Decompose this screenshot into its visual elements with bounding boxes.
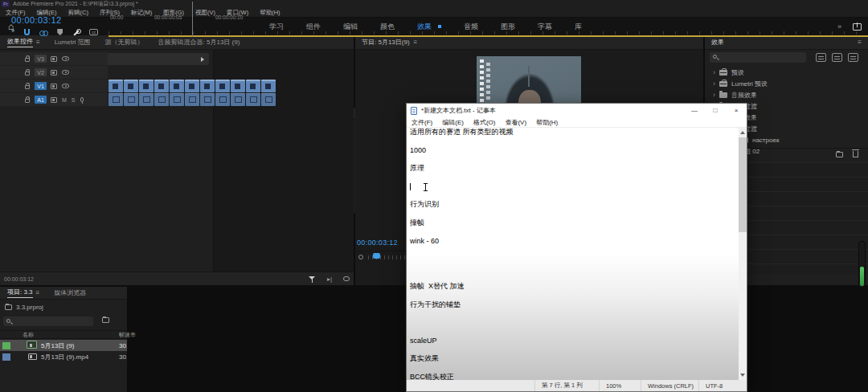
- video-track-V2[interactable]: V2: [0, 66, 868, 79]
- panel-menu-icon[interactable]: ≡: [858, 39, 862, 46]
- notepad-menu-item[interactable]: 编辑(E): [437, 118, 469, 127]
- scroll-down-icon[interactable]: [740, 374, 745, 377]
- project-item-row[interactable]: 5月13日 (9).mp430.0: [0, 351, 127, 362]
- audio-clip[interactable]: [154, 93, 169, 106]
- notepad-scrollbar[interactable]: [739, 128, 747, 380]
- close-button[interactable]: ×: [726, 104, 747, 117]
- track-lane-V1[interactable]: [108, 80, 868, 92]
- audio-clip[interactable]: [231, 93, 245, 106]
- effect-controls-timecode: 00:00:03:12: [4, 276, 34, 282]
- notepad-menu-item[interactable]: 格式(O): [469, 118, 501, 127]
- track-lane-V2[interactable]: [108, 66, 868, 79]
- track-target-badge[interactable]: V3: [35, 55, 47, 63]
- menubar-item[interactable]: 剪辑(C): [63, 9, 94, 17]
- snap-icon[interactable]: [24, 29, 30, 35]
- project-icon: [5, 304, 12, 310]
- lock-icon[interactable]: [25, 58, 30, 62]
- track-target-badge[interactable]: V2: [35, 68, 47, 76]
- project-file-row[interactable]: 3.3.prproj: [5, 304, 43, 311]
- filter-icon[interactable]: [309, 276, 316, 283]
- linked-selection-icon[interactable]: [39, 30, 47, 35]
- notepad-line: [407, 137, 739, 145]
- lock-icon[interactable]: [25, 71, 30, 76]
- notepad-menu-item[interactable]: 帮助(H): [531, 118, 563, 127]
- mute-button[interactable]: M: [62, 97, 67, 103]
- panel-menu-icon[interactable]: ≡: [36, 289, 40, 296]
- column-frame-rate[interactable]: 帧速率: [119, 331, 136, 339]
- panel-tab[interactable]: 源（无剪辑）: [98, 35, 151, 49]
- audio-clip[interactable]: [215, 93, 230, 106]
- delete-icon[interactable]: [853, 151, 858, 157]
- play-in-to-out-icon[interactable]: ▸|: [327, 276, 332, 283]
- nest-insert-icon[interactable]: *: [11, 29, 14, 35]
- voiceover-mic-icon[interactable]: [80, 97, 84, 102]
- track-output-eye-icon[interactable]: [62, 70, 69, 75]
- panel-tab[interactable]: 媒体浏览器: [47, 287, 93, 299]
- lock-icon[interactable]: [25, 85, 30, 89]
- new-custom-bin-icon[interactable]: [836, 152, 843, 157]
- video-clip[interactable]: [154, 80, 169, 92]
- audio-clip[interactable]: [108, 93, 123, 106]
- panel-menu-icon[interactable]: ≡: [414, 39, 418, 46]
- sync-lock-icon[interactable]: [51, 56, 57, 62]
- minimize-button[interactable]: —: [684, 104, 705, 117]
- panel-tab[interactable]: 音频剪辑混合器: 5月13日 (9): [151, 35, 248, 49]
- video-clip[interactable]: [139, 80, 154, 92]
- maximize-button[interactable]: □: [705, 104, 726, 117]
- panel-menu-icon[interactable]: ≡: [36, 39, 40, 46]
- add-marker-icon[interactable]: [57, 29, 63, 35]
- project-search-input[interactable]: [3, 316, 93, 326]
- label-color-chip[interactable]: [2, 342, 10, 349]
- video-clip[interactable]: [231, 80, 245, 92]
- video-clip[interactable]: [215, 80, 230, 92]
- video-clip[interactable]: [185, 80, 199, 92]
- label-color-chip[interactable]: [2, 353, 10, 361]
- timeline-settings-wrench-icon[interactable]: [72, 29, 80, 36]
- zoom-knob-icon[interactable]: [358, 255, 363, 259]
- track-lane-V3[interactable]: [108, 52, 868, 65]
- column-name[interactable]: 名称: [0, 331, 34, 339]
- project-item-row[interactable]: 5月13日 (9)30.0: [0, 340, 127, 351]
- panel-tab[interactable]: 项目: 3.3≡: [0, 287, 47, 299]
- scroll-up-icon[interactable]: [740, 131, 745, 134]
- notepad-title-bar[interactable]: *新建文本文档.txt - 记事本 — □ ×: [407, 104, 747, 117]
- track-output-eye-icon[interactable]: [62, 84, 69, 88]
- notepad-menu-item[interactable]: 文件(F): [407, 118, 437, 127]
- timeline-timecode[interactable]: 00:00:03:12: [11, 15, 62, 25]
- timeline-playhead[interactable]: [192, 2, 193, 37]
- video-track-V1[interactable]: V1: [0, 80, 868, 92]
- video-clip[interactable]: [200, 80, 215, 92]
- loop-icon[interactable]: [343, 276, 350, 281]
- video-clip[interactable]: [246, 80, 260, 92]
- panel-tab[interactable]: 效果控件≡: [0, 35, 47, 49]
- audio-clip[interactable]: [246, 93, 260, 106]
- audio-clip[interactable]: [124, 93, 138, 106]
- audio-clip[interactable]: [139, 93, 154, 106]
- video-clip[interactable]: [170, 80, 184, 92]
- audio-clip[interactable]: [200, 93, 215, 106]
- scrollbar-thumb[interactable]: [739, 137, 747, 232]
- audio-clip[interactable]: [170, 93, 184, 106]
- sync-lock-icon[interactable]: [51, 70, 57, 76]
- video-clip[interactable]: [108, 80, 123, 92]
- premiere-app-icon: Pr: [2, 1, 10, 7]
- notepad-text-area[interactable]: 适用所有的赛道 所有类型的视频1000原理行为识别撞帧wink - 60抽帧 X…: [407, 128, 739, 380]
- sync-lock-icon[interactable]: [51, 84, 57, 89]
- new-bin-icon[interactable]: [102, 317, 109, 323]
- notepad-menu-item[interactable]: 查看(V): [500, 118, 531, 127]
- video-clip[interactable]: [261, 80, 276, 92]
- audio-clip[interactable]: [261, 93, 276, 106]
- panel-tab[interactable]: Lumetri 范围: [47, 35, 98, 49]
- scrubber-playhead[interactable]: [373, 253, 380, 259]
- lock-icon[interactable]: [25, 99, 30, 103]
- track-target-badge[interactable]: V1: [35, 82, 47, 90]
- sync-lock-icon[interactable]: [51, 97, 57, 103]
- track-target-badge[interactable]: A1: [35, 96, 47, 104]
- audio-clip[interactable]: [185, 93, 199, 106]
- timeline-ruler[interactable]: 00:0000:00:00:0500:00:00:10: [108, 12, 868, 36]
- track-output-eye-icon[interactable]: [62, 56, 69, 61]
- solo-button[interactable]: S: [72, 97, 76, 103]
- captions-icon[interactable]: cc: [89, 29, 98, 35]
- video-clip[interactable]: [124, 80, 138, 92]
- video-track-V3[interactable]: V3: [0, 52, 868, 65]
